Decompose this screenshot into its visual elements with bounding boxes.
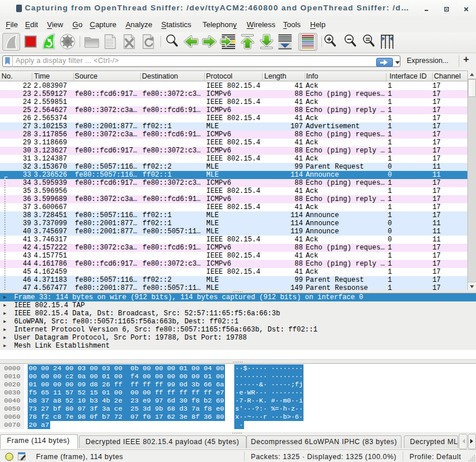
svg-text:0111: 0111 xyxy=(106,44,113,48)
